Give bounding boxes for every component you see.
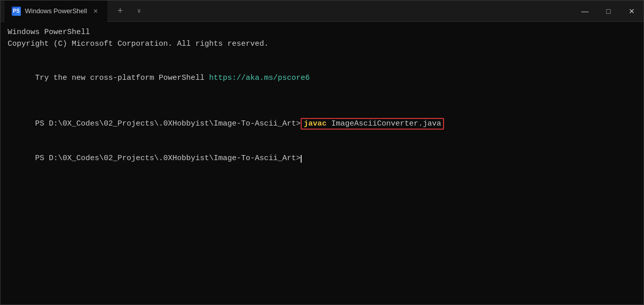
- new-tab-button[interactable]: +: [111, 6, 129, 16]
- line-pscore-url: https://aka.ms/pscore6: [209, 74, 310, 82]
- line-pscore-prefix: Try the new cross-platform PowerShell: [35, 74, 209, 82]
- line-prompt2: PS D:\0X_Codes\02_Projects\.0XHobbyist\I…: [8, 141, 636, 176]
- window-controls: — □ ✕: [573, 1, 643, 22]
- prompt1-command-highlighted: javac ImageAsciiConverter.java: [301, 118, 444, 130]
- prompt2-prefix: PS D:\0X_Codes\02_Projects\.0XHobbyist\I…: [35, 154, 301, 163]
- titlebar: PS Windows PowerShell ✕ + ∨ — □ ✕: [1, 1, 643, 22]
- titlebar-left: PS Windows PowerShell ✕ + ∨: [5, 1, 573, 22]
- close-button[interactable]: ✕: [620, 1, 643, 22]
- cursor: [301, 155, 302, 163]
- prompt1-prefix: PS D:\0X_Codes\02_Projects\.0XHobbyist\I…: [35, 119, 301, 128]
- active-tab[interactable]: PS Windows PowerShell ✕: [5, 1, 107, 22]
- line-prompt1: PS D:\0X_Codes\02_Projects\.0XHobbyist\I…: [8, 107, 636, 142]
- close-tab-button[interactable]: ✕: [91, 7, 100, 16]
- line-app-title: Windows PowerShell: [8, 27, 636, 39]
- maximize-button[interactable]: □: [597, 1, 620, 22]
- line-copyright: Copyright (C) Microsoft Corporation. All…: [8, 39, 636, 50]
- terminal-output: Windows PowerShell Copyright (C) Microso…: [1, 22, 643, 304]
- line-pscore: Try the new cross-platform PowerShell ht…: [8, 62, 636, 96]
- line-blank-1: [8, 50, 636, 62]
- prompt1-cmd-javac: javac: [304, 119, 327, 128]
- minimize-button[interactable]: —: [573, 1, 597, 22]
- line-blank-2: [8, 96, 636, 107]
- powershell-icon: PS: [12, 7, 21, 16]
- tab-dropdown-button[interactable]: ∨: [133, 7, 145, 15]
- powershell-window: PS Windows PowerShell ✕ + ∨ — □ ✕ Window…: [0, 0, 644, 305]
- tab-title: Windows PowerShell: [25, 7, 87, 15]
- prompt1-cmd-args: ImageAsciiConverter.java: [327, 119, 441, 128]
